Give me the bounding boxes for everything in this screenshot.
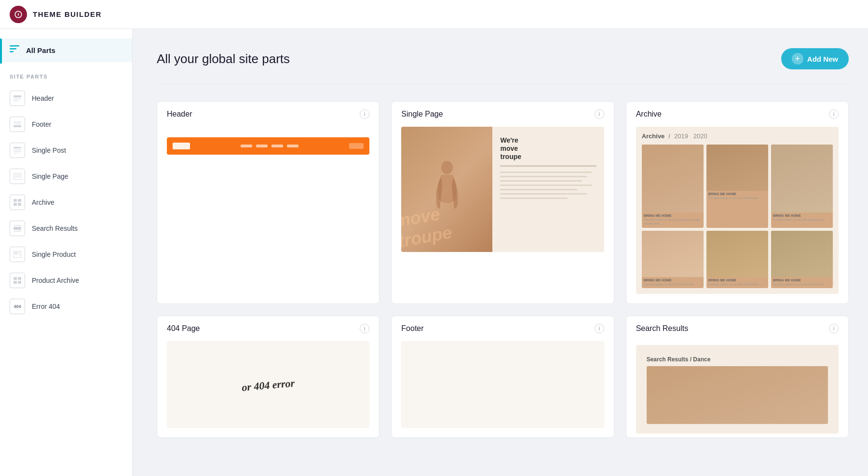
svg-rect-11 xyxy=(14,151,21,152)
footer-icon xyxy=(10,117,25,132)
svg-rect-21 xyxy=(14,227,21,230)
sidebar-item-all-parts[interactable]: All Parts xyxy=(0,39,132,62)
card-single-page[interactable]: Single Page i xyxy=(391,101,614,304)
search-results-visual: Search Results / Dance xyxy=(636,345,839,434)
svg-rect-0 xyxy=(10,45,19,47)
sp-text-3 xyxy=(500,180,582,182)
archive-img-2 xyxy=(706,145,768,191)
site-parts-section-label: SITE PARTS xyxy=(0,62,132,85)
sr-image xyxy=(647,366,828,424)
card-header[interactable]: Header i xyxy=(157,101,380,304)
sr-content xyxy=(641,366,834,429)
sidebar-item-single-post[interactable]: Single Post xyxy=(0,137,132,163)
sidebar-item-footer[interactable]: Footer xyxy=(0,111,132,137)
add-new-button[interactable]: + Add New xyxy=(781,48,849,69)
card-preview-footer xyxy=(392,341,613,437)
card-title-single-page: Single Page xyxy=(401,110,443,119)
svg-rect-15 xyxy=(14,176,20,177)
product-archive-icon xyxy=(10,273,25,288)
add-new-label: Add New xyxy=(807,55,838,63)
info-icon-404[interactable]: i xyxy=(360,324,369,333)
archive-cell-5: BRING ME HOME Are they sisters or are th… xyxy=(706,231,768,288)
sidebar-header-label: Header xyxy=(32,94,54,102)
filter-icon xyxy=(10,45,19,55)
card-title-404: 404 Page xyxy=(167,324,200,333)
info-icon-header[interactable]: i xyxy=(360,109,369,119)
sidebar-error-404-label: Error 404 xyxy=(32,303,60,310)
sp-title: We'removetroupe xyxy=(500,136,596,160)
page-404-visual: or 404 error xyxy=(167,341,369,428)
archive-visual: Archive / 2019 2020 BRING ME HOME Are th… xyxy=(636,127,839,294)
svg-rect-28 xyxy=(18,277,21,280)
archive-text-1: Are they sisters or are they best friend… xyxy=(642,218,704,228)
sp-right-panel: We'removetroupe xyxy=(492,127,604,252)
card-preview-search-results: Search Results / Dance xyxy=(626,341,848,437)
info-icon-search-results[interactable]: i xyxy=(829,324,839,333)
archive-img-3 xyxy=(771,145,833,212)
svg-rect-12 xyxy=(14,153,18,154)
archive-years: 2019 2020 xyxy=(674,132,707,140)
sp-text-6 xyxy=(500,193,586,195)
card-title-header: Header xyxy=(167,110,192,119)
archive-label-2: BRING ME HOME xyxy=(706,191,768,196)
card-title-archive: Archive xyxy=(636,110,662,119)
card-title-footer: Footer xyxy=(401,324,423,333)
footer-visual xyxy=(401,341,604,428)
svg-rect-27 xyxy=(14,277,17,280)
error-404-text: or 404 error xyxy=(241,374,295,394)
card-single-page-header-row: Single Page i xyxy=(392,102,613,127)
sidebar: All Parts SITE PARTS Header xyxy=(0,29,133,476)
sidebar-item-header[interactable]: Header xyxy=(0,85,132,111)
single-page-icon xyxy=(10,169,25,184)
svg-rect-14 xyxy=(14,174,20,175)
search-results-icon xyxy=(10,221,25,236)
sidebar-item-single-product[interactable]: Single Product xyxy=(0,241,132,267)
header-icon xyxy=(10,91,25,106)
single-page-visual: movetroupe We'removetroupe xyxy=(401,127,604,252)
sidebar-item-single-page[interactable]: Single Page xyxy=(0,163,132,189)
archive-cell-2: BRING ME HOME Are they sisters or are th… xyxy=(706,145,768,228)
main-header: All your global site parts + Add New xyxy=(157,48,849,69)
card-footer-header-row: Footer i xyxy=(392,316,613,341)
archive-text-4: Are they sisters or are they best friend… xyxy=(642,282,704,288)
sidebar-single-page-label: Single Page xyxy=(32,172,68,180)
sidebar-item-product-archive[interactable]: Product Archive xyxy=(0,267,132,293)
card-footer[interactable]: Footer i xyxy=(391,316,614,438)
card-search-results[interactable]: Search Results i Search Results / Dance xyxy=(626,316,849,438)
info-icon-archive[interactable]: i xyxy=(829,109,839,119)
header-divider xyxy=(157,84,849,84)
cards-row-2: 404 Page i or 404 error Footer i xyxy=(157,316,849,438)
cards-row-1: Header i xyxy=(157,101,849,304)
sr-title-text: Search Results / Dance xyxy=(647,356,711,363)
sidebar-item-error-404[interactable]: 404 Error 404 xyxy=(0,293,132,319)
sp-left-panel: movetroupe xyxy=(401,127,492,252)
sidebar-item-search-results[interactable]: Search Results xyxy=(0,215,132,241)
card-archive-header-row: Archive i xyxy=(626,102,848,127)
svg-rect-10 xyxy=(14,149,21,150)
card-archive[interactable]: Archive i Archive / 2019 2020 xyxy=(626,101,849,304)
sidebar-search-results-label: Search Results xyxy=(32,225,78,232)
archive-label-5: BRING ME HOME xyxy=(706,277,768,282)
svg-rect-18 xyxy=(14,203,17,206)
sp-text-5 xyxy=(500,189,577,190)
sidebar-footer-label: Footer xyxy=(32,120,51,128)
svg-rect-4 xyxy=(14,98,21,99)
card-header-row: Header i xyxy=(157,102,379,127)
archive-cell-1: BRING ME HOME Are they sisters or are th… xyxy=(642,145,704,228)
archive-label-1: BRING ME HOME xyxy=(642,212,704,218)
info-icon-footer[interactable]: i xyxy=(595,324,604,333)
nav-item-1 xyxy=(241,145,252,147)
nav-item-4 xyxy=(287,145,298,147)
single-product-icon xyxy=(10,247,25,262)
svg-rect-20 xyxy=(14,225,21,226)
sp-text-4 xyxy=(500,185,591,186)
info-icon-single-page[interactable]: i xyxy=(595,109,604,119)
active-indicator xyxy=(0,39,2,64)
sp-divider xyxy=(500,165,596,167)
main-layout: All Parts SITE PARTS Header xyxy=(0,29,868,476)
archive-label: Archive xyxy=(642,132,665,140)
card-404[interactable]: 404 Page i or 404 error xyxy=(157,316,380,438)
svg-rect-3 xyxy=(14,95,21,97)
archive-label-6: BRING ME HOME xyxy=(771,277,833,282)
sidebar-item-archive[interactable]: Archive xyxy=(0,189,132,215)
